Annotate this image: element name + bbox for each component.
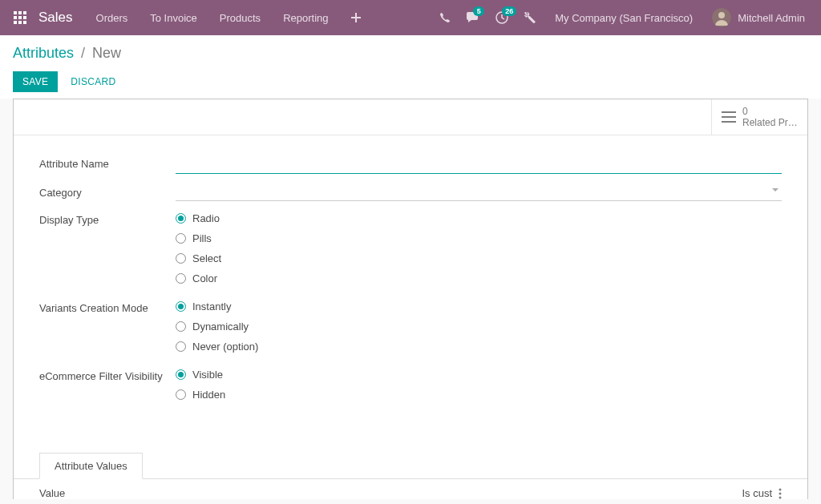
app-name[interactable]: Sales [32,10,85,26]
tabs: Attribute Values [14,452,807,478]
stat-text: 0 Related Prod... [742,106,798,128]
action-buttons: Save Discard [13,71,808,92]
table-header-custom: Is cust [742,487,772,499]
svg-rect-5 [722,121,736,123]
avatar [712,8,731,27]
svg-point-8 [779,496,782,498]
row-display-type: Display Type Radio Pills Sel [39,211,782,284]
kebab-icon[interactable] [779,488,782,499]
discard-button[interactable]: Discard [61,71,125,92]
control-panel: Attributes / New Save Discard [0,35,821,99]
radio-icon [176,389,186,400]
stat-value: 0 [742,106,798,117]
activity-button[interactable]: 26 [487,0,516,35]
breadcrumb-separator: / [81,45,85,61]
category-label: Category [39,183,176,199]
apps-menu-icon[interactable] [8,0,32,35]
row-visibility: eCommerce Filter Visibility Visible Hidd… [39,367,782,401]
save-button[interactable]: Save [13,71,58,92]
radio-icon [176,369,186,380]
attribute-name-input[interactable] [176,155,782,174]
svg-point-2 [718,12,725,18]
visibility-radio-hidden[interactable]: Hidden [176,389,782,401]
tab-attribute-values[interactable]: Attribute Values [39,453,143,479]
stat-row: 0 Related Prod... [14,99,807,135]
display-type-radio-radio[interactable]: Radio [176,212,782,224]
display-type-label: Display Type [39,211,176,226]
form-body: Attribute Name Category Display Type [14,135,807,429]
display-type-radio-color[interactable]: Color [176,272,782,284]
variants-radio-instantly[interactable]: Instantly [176,300,782,312]
variants-mode-label: Variants Creation Mode [39,299,176,314]
apps-grid-icon [14,11,26,24]
variants-radio-never[interactable]: Never (option) [176,341,782,353]
breadcrumb-parent[interactable]: Attributes [13,45,74,61]
breadcrumb: Attributes / New [13,45,808,62]
attribute-name-label: Attribute Name [39,155,176,170]
messaging-button[interactable]: 5 [459,0,487,35]
display-type-radio-pills[interactable]: Pills [176,232,782,244]
tab-content: Value Is cust [14,478,807,499]
phone-icon [439,12,451,23]
form-sheet: 0 Related Prod... Attribute Name Categor… [13,99,808,499]
nav-orders[interactable]: Orders [85,0,140,35]
user-name: Mitchell Admin [738,12,805,24]
table-header-right: Is cust [742,487,782,499]
phone-button[interactable] [431,0,459,35]
display-type-radio-group: Radio Pills Select Color [176,211,782,284]
nav-new-button[interactable] [340,0,372,35]
row-category: Category [39,183,782,201]
variants-mode-radio-group: Instantly Dynamically Never (option) [176,299,782,353]
visibility-radio-group: Visible Hidden [176,367,782,401]
radio-icon [176,301,186,312]
row-attribute-name: Attribute Name [39,155,782,174]
plus-icon [351,13,361,22]
debug-button[interactable] [516,0,544,35]
activity-badge: 26 [502,6,516,16]
svg-point-6 [779,488,782,490]
radio-icon [176,341,186,352]
stat-label: Related Prod... [742,117,798,128]
breadcrumb-current: New [92,45,121,61]
chat-badge: 5 [473,6,484,16]
radio-icon [176,253,186,264]
navbar-right: 5 26 My Company (San Francisco) Mitchell… [431,0,813,35]
radio-icon [176,321,186,332]
nav-products[interactable]: Products [208,0,272,35]
svg-rect-3 [722,111,736,113]
radio-icon [176,213,186,224]
radio-icon [176,233,186,244]
table-header-value: Value [39,487,65,499]
wrench-icon [524,12,536,23]
category-select[interactable] [176,183,782,201]
nav-reporting[interactable]: Reporting [272,0,339,35]
display-type-radio-select[interactable]: Select [176,252,782,264]
chevron-down-icon [772,188,779,192]
nav-to-invoice[interactable]: To Invoice [139,0,208,35]
content-area: 0 Related Prod... Attribute Name Categor… [0,99,821,499]
row-variants-mode: Variants Creation Mode Instantly Dynamic… [39,299,782,353]
visibility-label: eCommerce Filter Visibility [39,367,176,382]
svg-point-7 [779,492,782,494]
visibility-radio-visible[interactable]: Visible [176,369,782,381]
list-icon [722,111,736,123]
company-selector[interactable]: My Company (San Francisco) [544,12,704,24]
svg-rect-4 [722,116,736,118]
related-products-button[interactable]: 0 Related Prod... [711,99,807,135]
variants-radio-dynamically[interactable]: Dynamically [176,321,782,333]
radio-icon [176,273,186,284]
user-menu[interactable]: Mitchell Admin [704,8,813,27]
navbar-left: Sales Orders To Invoice Products Reporti… [8,0,372,35]
main-navbar: Sales Orders To Invoice Products Reporti… [0,0,821,35]
